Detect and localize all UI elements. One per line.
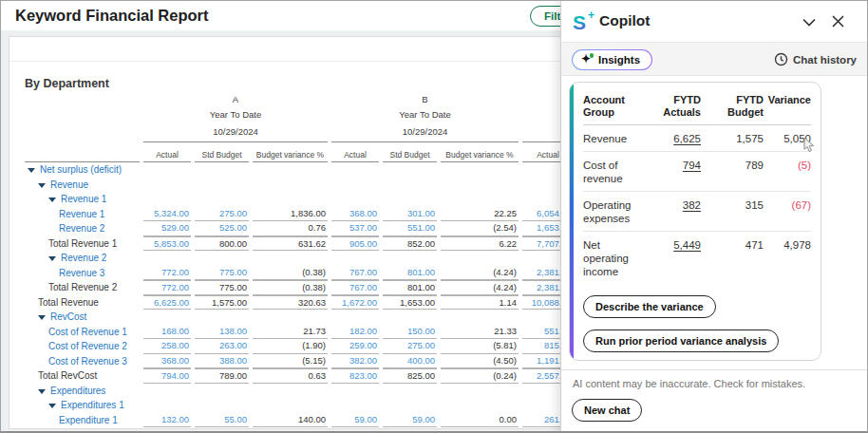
collapse-caret-icon[interactable] xyxy=(28,168,35,173)
cell-value-link[interactable]: 794.00 xyxy=(143,368,191,384)
collapse-caret-icon[interactable] xyxy=(38,315,46,320)
row-label[interactable]: Revenue 2 xyxy=(25,251,140,266)
cell-value-link[interactable]: 368.00 xyxy=(143,354,191,369)
chat-history-button[interactable]: Chat history xyxy=(774,52,857,66)
cell-value: 800.00 xyxy=(195,236,249,252)
summary-account-group: Net operating income xyxy=(583,232,646,284)
row-label[interactable]: Revenue 1 xyxy=(25,207,140,222)
page-title: Keyword Financial Report xyxy=(15,7,209,25)
cell-value xyxy=(331,384,379,399)
summary-column-header: FYTD Actuals xyxy=(646,87,701,125)
cell-value-link[interactable]: 801.00 xyxy=(383,266,437,281)
column-header: Actual xyxy=(143,142,191,162)
row-label: Total Revenue xyxy=(25,295,140,311)
cell-value xyxy=(441,398,519,413)
cell-value-link[interactable]: 182.00 xyxy=(331,325,379,340)
cell-value xyxy=(253,192,328,207)
row-label[interactable]: Cost of Revenue 1 xyxy=(25,325,140,340)
cell-value-link[interactable]: 301.00 xyxy=(383,207,437,222)
cell-value-link[interactable]: 772.00 xyxy=(143,266,191,281)
cell-value-link[interactable]: 767.00 xyxy=(331,280,379,295)
cell-value-link[interactable]: 150.00 xyxy=(383,325,437,340)
row-label[interactable]: Expenditures xyxy=(25,384,140,399)
cell-value: (2.54) xyxy=(441,221,519,236)
collapse-caret-icon[interactable] xyxy=(38,183,46,188)
cell-value-link[interactable]: 772.00 xyxy=(143,280,191,295)
cell-value-link[interactable]: 551.00 xyxy=(383,221,437,236)
cell-value-link[interactable]: 525.00 xyxy=(195,221,249,236)
summary-column-header: FYTD Budget xyxy=(701,87,764,125)
new-chat-button[interactable]: New chat xyxy=(572,399,642,422)
row-label[interactable]: Cost of Revenue 2 xyxy=(25,339,140,354)
row-label[interactable]: Revenue 1 xyxy=(25,192,140,207)
cell-value-link[interactable]: 5,853.00 xyxy=(143,236,191,252)
cell-value xyxy=(143,398,191,413)
row-label[interactable]: Expenditure 1 xyxy=(25,413,140,428)
column-group-label: A xyxy=(143,92,328,107)
cell-value-link[interactable]: 138.00 xyxy=(195,325,249,340)
summary-actuals-link[interactable]: 5,449 xyxy=(646,232,701,284)
summary-actuals-link[interactable]: 6,625 xyxy=(646,125,701,152)
cell-value xyxy=(253,178,328,193)
suggestion-button[interactable]: Run prior period variance analysis xyxy=(583,329,779,352)
cell-value xyxy=(195,251,249,266)
cell-value-link[interactable]: 388.00 xyxy=(195,354,249,369)
summary-actuals-link[interactable]: 382 xyxy=(646,192,701,232)
cell-value-link[interactable]: 767.00 xyxy=(331,266,379,281)
chevron-down-icon[interactable] xyxy=(801,13,818,31)
cell-value-link[interactable]: 368.00 xyxy=(331,207,379,222)
cell-value xyxy=(195,384,249,399)
insights-button[interactable]: ✦ Insights xyxy=(572,49,652,70)
cell-value-link[interactable]: 382.00 xyxy=(331,354,379,369)
copilot-header: S + Copilot xyxy=(561,1,868,43)
cell-value-link[interactable]: 275.00 xyxy=(195,207,249,222)
row-label[interactable]: Revenue xyxy=(25,178,140,193)
row-label[interactable]: RevCost xyxy=(25,310,140,325)
cell-value-link[interactable]: 6,625.00 xyxy=(143,295,191,311)
cell-value-link[interactable]: 59.00 xyxy=(383,413,437,428)
cell-value xyxy=(143,192,191,207)
summary-column-header: Variance xyxy=(764,87,811,125)
cell-value xyxy=(331,192,379,207)
summary-account-group: Cost of revenue xyxy=(583,152,646,192)
summary-actuals-link[interactable]: 794 xyxy=(646,152,701,192)
cell-value-link[interactable]: 259.00 xyxy=(331,339,379,354)
collapse-caret-icon[interactable] xyxy=(48,198,56,202)
row-label[interactable]: Net surplus (deficit) xyxy=(25,162,140,178)
collapse-caret-icon[interactable] xyxy=(38,389,46,394)
cell-value-link[interactable]: 168.00 xyxy=(143,325,191,340)
cell-value-link[interactable]: 1,672.00 xyxy=(331,295,379,311)
row-label: Total RevCost xyxy=(25,368,140,384)
cell-value-link[interactable]: 823.00 xyxy=(331,368,379,384)
cell-value-link[interactable]: 529.00 xyxy=(143,221,191,236)
row-label: Total Revenue 1 xyxy=(25,236,140,252)
cell-value-link[interactable]: 258.00 xyxy=(143,339,191,354)
cell-value xyxy=(441,162,519,178)
cell-value-link[interactable]: 537.00 xyxy=(331,221,379,236)
cell-value: (0.38) xyxy=(253,280,328,295)
cell-value-link[interactable]: 775.00 xyxy=(195,266,249,281)
cell-value xyxy=(143,178,191,193)
cell-value xyxy=(441,192,519,207)
column-header: Std Budget xyxy=(195,142,249,162)
cell-value xyxy=(195,162,249,178)
column-header: Actual xyxy=(331,142,379,162)
collapse-caret-icon[interactable] xyxy=(48,404,56,408)
row-label[interactable]: Revenue 2 xyxy=(25,221,140,236)
suggestion-buttons: Describe the varianceRun prior period va… xyxy=(583,295,811,361)
close-icon[interactable] xyxy=(830,13,846,32)
cell-value-link[interactable]: 905.00 xyxy=(331,236,379,252)
header-corner-cell xyxy=(25,122,140,142)
cell-value-link[interactable]: 55.00 xyxy=(195,413,249,428)
collapse-caret-icon[interactable] xyxy=(48,256,56,261)
row-label[interactable]: Expenditures 1 xyxy=(25,398,140,413)
cell-value-link[interactable]: 59.00 xyxy=(331,413,379,428)
cell-value-link[interactable]: 5,324.00 xyxy=(143,207,191,222)
row-label[interactable]: Revenue 3 xyxy=(25,266,140,281)
suggestion-button[interactable]: Describe the variance xyxy=(583,295,716,318)
cell-value-link[interactable]: 400.00 xyxy=(383,354,437,369)
cell-value-link[interactable]: 275.00 xyxy=(383,339,437,354)
cell-value-link[interactable]: 132.00 xyxy=(143,413,191,428)
row-label[interactable]: Cost of Revenue 3 xyxy=(25,354,140,369)
cell-value-link[interactable]: 263.00 xyxy=(195,339,249,354)
